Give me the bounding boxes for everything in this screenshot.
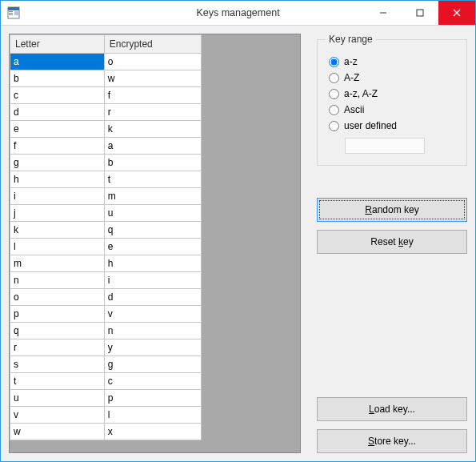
cell-letter[interactable]: a <box>10 54 105 70</box>
keyrange-radio[interactable] <box>329 73 339 83</box>
table-row[interactable]: im <box>10 188 202 205</box>
cell-letter[interactable]: p <box>10 306 105 323</box>
table-row[interactable]: bw <box>10 70 202 87</box>
maximize-button[interactable] <box>402 1 438 25</box>
svg-rect-2 <box>9 11 13 12</box>
column-header-letter[interactable]: Letter <box>10 35 105 54</box>
keyrange-label: a-z <box>344 56 358 67</box>
cell-encrypted[interactable]: g <box>104 356 201 373</box>
cell-letter[interactable]: m <box>10 255 105 272</box>
cell-letter[interactable]: f <box>10 138 105 155</box>
table-row[interactable]: vl <box>10 407 202 424</box>
column-header-encrypted[interactable]: Encrypted <box>104 35 201 54</box>
table-row[interactable]: ni <box>10 272 202 289</box>
cell-letter[interactable]: u <box>10 390 105 407</box>
table-row[interactable]: mh <box>10 255 202 272</box>
cell-letter[interactable]: g <box>10 155 105 171</box>
table-row[interactable]: qn <box>10 323 202 339</box>
action-buttons-top: Random key Reset key <box>317 190 467 254</box>
keyrange-radio[interactable] <box>329 121 339 131</box>
table-row[interactable]: wx <box>10 424 202 440</box>
cell-letter[interactable]: t <box>10 373 105 390</box>
table-row[interactable]: kq <box>10 222 202 239</box>
cell-encrypted[interactable]: d <box>104 289 201 306</box>
cell-encrypted[interactable]: h <box>104 255 201 272</box>
close-button[interactable] <box>438 1 475 25</box>
keyrange-option[interactable]: A-Z <box>326 72 458 83</box>
table-row[interactable]: ju <box>10 205 202 222</box>
cell-encrypted[interactable]: m <box>104 188 201 205</box>
cell-letter[interactable]: k <box>10 222 105 239</box>
cell-encrypted[interactable]: l <box>104 407 201 424</box>
table-row[interactable]: tc <box>10 373 202 390</box>
keyrange-option[interactable]: user defined <box>326 120 458 131</box>
cell-encrypted[interactable]: x <box>104 424 201 440</box>
cell-letter[interactable]: b <box>10 70 105 87</box>
key-grid[interactable]: Letter Encrypted aobwcfdrekfagbhtimjukql… <box>10 34 202 440</box>
cell-encrypted[interactable]: f <box>104 87 201 104</box>
cell-letter[interactable]: q <box>10 323 105 339</box>
cell-letter[interactable]: j <box>10 205 105 222</box>
cell-encrypted[interactable]: r <box>104 104 201 121</box>
cell-encrypted[interactable]: t <box>104 171 201 188</box>
cell-letter[interactable]: d <box>10 104 105 121</box>
random-key-button[interactable]: Random key <box>317 198 467 222</box>
cell-encrypted[interactable]: p <box>104 390 201 407</box>
table-row[interactable]: od <box>10 289 202 306</box>
client-area: Letter Encrypted aobwcfdrekfagbhtimjukql… <box>1 26 475 461</box>
cell-encrypted[interactable]: i <box>104 272 201 289</box>
cell-encrypted[interactable]: k <box>104 121 201 138</box>
cell-letter[interactable]: r <box>10 339 105 356</box>
table-row[interactable]: ry <box>10 339 202 356</box>
cell-encrypted[interactable]: q <box>104 222 201 239</box>
load-key-button[interactable]: Load key... <box>317 397 467 421</box>
user-defined-input[interactable] <box>345 138 425 154</box>
cell-letter[interactable]: h <box>10 171 105 188</box>
cell-letter[interactable]: v <box>10 407 105 424</box>
table-row[interactable]: le <box>10 239 202 255</box>
table-row[interactable]: cf <box>10 87 202 104</box>
keyrange-radio[interactable] <box>329 105 339 115</box>
cell-encrypted[interactable]: a <box>104 138 201 155</box>
table-row[interactable]: ao <box>10 54 202 70</box>
table-row[interactable]: sg <box>10 356 202 373</box>
keyrange-option[interactable]: a-z, A-Z <box>326 88 458 99</box>
cell-letter[interactable]: s <box>10 356 105 373</box>
minimize-button[interactable] <box>365 1 402 25</box>
cell-letter[interactable]: w <box>10 424 105 440</box>
cell-encrypted[interactable]: b <box>104 155 201 171</box>
table-row[interactable]: up <box>10 390 202 407</box>
table-row[interactable]: ek <box>10 121 202 138</box>
cell-encrypted[interactable]: n <box>104 323 201 339</box>
cell-encrypted[interactable]: w <box>104 70 201 87</box>
cell-encrypted[interactable]: o <box>104 54 201 70</box>
keyrange-label: A-Z <box>344 72 359 83</box>
reset-key-button[interactable]: Reset key <box>317 230 467 254</box>
cell-letter[interactable]: i <box>10 188 105 205</box>
cell-encrypted[interactable]: u <box>104 205 201 222</box>
keyrange-option[interactable]: Ascii <box>326 104 458 115</box>
keyrange-radio[interactable] <box>329 89 339 99</box>
cell-letter[interactable]: l <box>10 239 105 255</box>
table-row[interactable]: dr <box>10 104 202 121</box>
table-row[interactable]: gb <box>10 155 202 171</box>
table-row[interactable]: ht <box>10 171 202 188</box>
cell-letter[interactable]: c <box>10 87 105 104</box>
keyrange-option[interactable]: a-z <box>326 56 458 67</box>
cell-encrypted[interactable]: v <box>104 306 201 323</box>
cell-letter[interactable]: o <box>10 289 105 306</box>
keyrange-label: Ascii <box>344 104 364 115</box>
svg-rect-1 <box>8 7 19 10</box>
cell-encrypted[interactable]: c <box>104 373 201 390</box>
cell-encrypted[interactable]: y <box>104 339 201 356</box>
cell-letter[interactable]: e <box>10 121 105 138</box>
cell-encrypted[interactable]: e <box>104 239 201 255</box>
store-key-button[interactable]: Store key... <box>317 429 467 453</box>
keyrange-radio[interactable] <box>329 57 339 67</box>
app-icon <box>7 6 20 19</box>
cell-letter[interactable]: n <box>10 272 105 289</box>
key-grid-scroll[interactable]: Letter Encrypted aobwcfdrekfagbhtimjukql… <box>10 34 300 452</box>
table-row[interactable]: fa <box>10 138 202 155</box>
table-row[interactable]: pv <box>10 306 202 323</box>
keyrange-group: Key range a-zA-Za-z, A-ZAsciiuser define… <box>317 34 467 166</box>
